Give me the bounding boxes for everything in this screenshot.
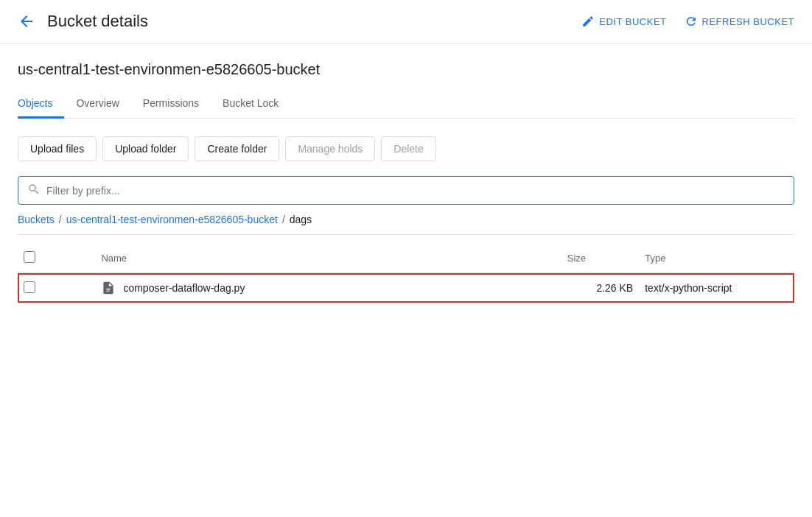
edit-bucket-button[interactable]: EDIT BUCKET	[581, 15, 666, 28]
breadcrumb-buckets[interactable]: Buckets	[18, 214, 55, 225]
file-name[interactable]: composer-dataflow-dag.py	[123, 282, 245, 294]
tab-bucket-lock[interactable]: Bucket Lock	[211, 90, 290, 119]
files-table: Name Size Type composer-da	[18, 244, 794, 303]
row-size-cell: 2.26 KB	[561, 273, 639, 303]
manage-holds-button: Manage holds	[285, 136, 375, 161]
filter-input[interactable]	[46, 185, 785, 197]
breadcrumb: Buckets / us-central1-test-environmen-e5…	[18, 214, 794, 235]
table-row[interactable]: composer-dataflow-dag.py 2.26 KB text/x-…	[18, 273, 794, 303]
tab-overview[interactable]: Overview	[64, 90, 130, 119]
table-header: Name Size Type	[18, 244, 794, 273]
upload-folder-button[interactable]: Upload folder	[102, 136, 189, 161]
page-header: Bucket details EDIT BUCKET REFRESH BUCKE…	[0, 0, 812, 43]
page-title: Bucket details	[47, 12, 570, 31]
select-all-checkbox[interactable]	[24, 251, 35, 263]
breadcrumb-sep-2: /	[282, 214, 285, 225]
refresh-bucket-button[interactable]: REFRESH BUCKET	[685, 15, 794, 28]
file-icon	[101, 281, 116, 295]
row-checkbox[interactable]	[24, 281, 35, 293]
breadcrumb-current: dags	[290, 214, 312, 225]
action-buttons-row: Upload files Upload folder Create folder…	[18, 136, 794, 161]
breadcrumb-bucket-name[interactable]: us-central1-test-environmen-e5826605-buc…	[66, 214, 278, 225]
edit-bucket-label: EDIT BUCKET	[599, 16, 666, 27]
main-content: us-central1-test-environmen-e5826605-buc…	[0, 43, 812, 303]
th-checkbox	[18, 244, 95, 273]
table-body: composer-dataflow-dag.py 2.26 KB text/x-…	[18, 273, 794, 303]
header-actions: EDIT BUCKET REFRESH BUCKET	[581, 15, 794, 28]
refresh-bucket-label: REFRESH BUCKET	[702, 16, 794, 27]
filter-bar	[18, 176, 794, 205]
create-folder-button[interactable]: Create folder	[195, 136, 279, 161]
tab-permissions[interactable]: Permissions	[131, 90, 211, 119]
bucket-name: us-central1-test-environmen-e5826605-buc…	[18, 61, 794, 78]
tab-bar: Objects Overview Permissions Bucket Lock	[18, 90, 794, 119]
back-button[interactable]	[18, 13, 35, 30]
row-name-cell: composer-dataflow-dag.py	[95, 273, 561, 303]
name-cell-content: composer-dataflow-dag.py	[101, 281, 555, 295]
row-checkbox-cell	[18, 273, 95, 303]
search-icon	[27, 183, 41, 198]
th-size: Size	[561, 244, 639, 273]
breadcrumb-sep-1: /	[59, 214, 62, 225]
upload-files-button[interactable]: Upload files	[18, 136, 97, 161]
tab-objects[interactable]: Objects	[18, 90, 64, 119]
th-name: Name	[95, 244, 561, 273]
delete-button: Delete	[381, 136, 435, 161]
th-type: Type	[639, 244, 794, 273]
row-type-cell: text/x-python-script	[639, 273, 794, 303]
